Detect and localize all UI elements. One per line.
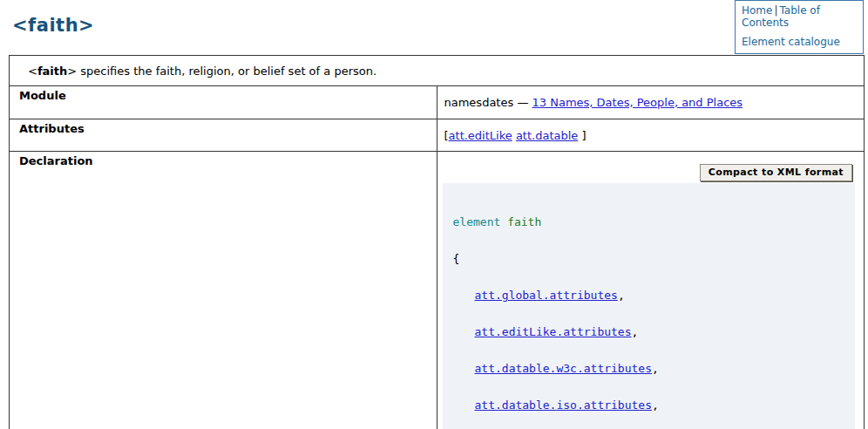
nav-line-1: Home|Table of Contents <box>742 4 859 29</box>
module-row: Module namesdates — 13 Names, Dates, Peo… <box>10 86 865 119</box>
code-link-att-editlike-attributes[interactable]: att.editLike.attributes <box>475 325 632 338</box>
code-line-member: att.datable.iso.attributes, <box>453 399 845 412</box>
attributes-value: [att.editLike att.datable ] <box>437 119 865 152</box>
module-label: Module <box>10 86 437 119</box>
nav-line-2: Element catalogue <box>742 36 859 48</box>
code-element-name: faith <box>507 215 541 228</box>
module-name: namesdates <box>444 96 514 109</box>
code-comma: , <box>632 325 639 338</box>
code-line-open-brace: { <box>453 253 845 265</box>
attributes-close-bracket: ] <box>581 129 586 142</box>
attributes-row: Attributes [att.editLike att.datable ] <box>10 119 865 152</box>
module-separator: — <box>517 96 528 109</box>
code-link-att-datable-iso-attributes[interactable]: att.datable.iso.attributes <box>475 398 653 412</box>
attribute-class-link-datable[interactable]: att.datable <box>516 129 578 142</box>
top-nav-box: Home|Table of Contents Element catalogue <box>735 0 864 54</box>
code-line-member: att.datable.w3c.attributes, <box>453 363 845 375</box>
code-comma: , <box>652 398 659 412</box>
module-value: namesdates — 13 Names, Dates, People, an… <box>437 86 865 119</box>
code-line-element: element faith <box>453 216 845 228</box>
code-link-att-datable-w3c-attributes[interactable]: att.datable.w3c.attributes <box>475 362 653 375</box>
declaration-toolbar: Compact to XML format <box>443 164 856 181</box>
declaration-label: Declaration <box>10 152 437 429</box>
code-link-att-global-attributes[interactable]: att.global.attributes <box>475 289 618 302</box>
description-text: specifies the faith, religion, or belief… <box>77 65 376 78</box>
module-chapter-link[interactable]: 13 Names, Dates, People, and Places <box>532 96 743 109</box>
declaration-code-block: element faith { att.global.attributes, a… <box>443 183 856 429</box>
code-comma: , <box>652 362 659 375</box>
declaration-value: Compact to XML format element faith { at… <box>437 152 865 429</box>
nav-link-home[interactable]: Home <box>742 4 772 17</box>
tag-open-bracket: < <box>28 65 37 78</box>
compact-to-xml-button[interactable]: Compact to XML format <box>700 164 852 181</box>
attributes-label: Attributes <box>10 119 437 152</box>
element-name: faith <box>37 65 67 78</box>
code-line-member: att.global.attributes, <box>453 289 845 302</box>
code-line-member: att.editLike.attributes, <box>453 326 845 338</box>
element-spec-table: <faith> specifies the faith, religion, o… <box>9 55 865 429</box>
element-description: <faith> specifies the faith, religion, o… <box>10 56 865 86</box>
description-row: <faith> specifies the faith, religion, o… <box>10 56 865 86</box>
declaration-row: Declaration Compact to XML format elemen… <box>10 152 865 429</box>
tag-close-bracket: > <box>67 65 77 78</box>
code-keyword: element <box>453 215 501 228</box>
attribute-class-link-editlike[interactable]: att.editLike <box>449 129 512 142</box>
nav-link-element-catalogue[interactable]: Element catalogue <box>742 36 840 48</box>
page-title: <faith> <box>12 15 94 36</box>
code-comma: , <box>618 289 625 302</box>
